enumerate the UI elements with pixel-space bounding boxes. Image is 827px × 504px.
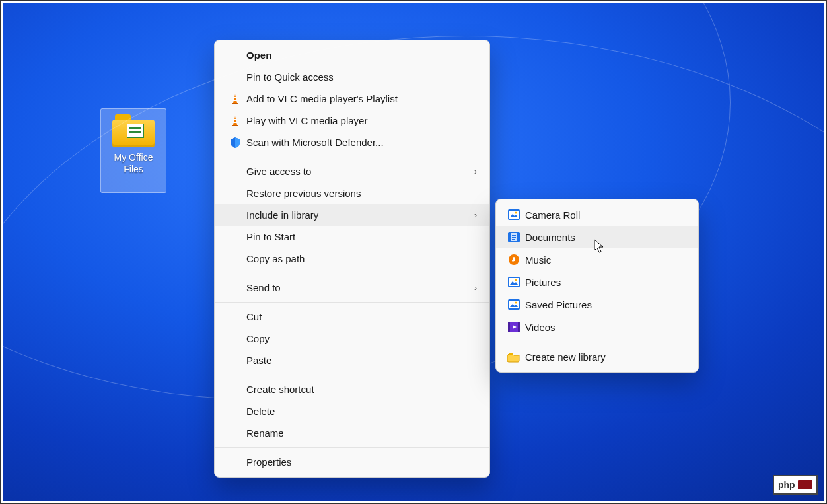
menu-item-cut[interactable]: Cut <box>215 306 489 328</box>
blank-icon <box>224 404 246 419</box>
submenu-item-camera-roll[interactable]: Camera Roll <box>496 203 698 226</box>
picture-library-icon <box>503 297 525 312</box>
blank-icon <box>224 186 246 201</box>
svg-rect-16 <box>512 239 515 240</box>
menu-item-label: Send to <box>246 282 471 293</box>
new-library-folder-icon <box>503 349 525 365</box>
menu-item-open[interactable]: Open <box>215 44 489 66</box>
svg-marker-0 <box>233 94 237 103</box>
blank-icon <box>224 280 246 296</box>
picture-library-icon <box>503 207 525 223</box>
svg-point-18 <box>513 258 515 261</box>
menu-item-label: Add to VLC media player's Playlist <box>246 93 480 104</box>
svg-point-23 <box>515 279 517 281</box>
svg-rect-15 <box>512 237 516 238</box>
menu-separator <box>215 302 489 303</box>
menu-item-label: Pin to Quick access <box>246 71 480 83</box>
context-menu: OpenPin to Quick accessAdd to VLC media … <box>214 40 490 478</box>
menu-item-label: Cut <box>246 311 480 322</box>
include-in-library-submenu: Camera RollDocumentsMusicPicturesSaved P… <box>495 199 699 373</box>
svg-marker-10 <box>510 214 518 217</box>
menu-item-label: Scan with Microsoft Defender... <box>246 137 480 148</box>
watermark-text: php <box>778 480 795 490</box>
blank-icon <box>224 164 246 180</box>
menu-item-copy[interactable]: Copy <box>215 328 489 349</box>
menu-item-label: Camera Roll <box>525 209 689 221</box>
menu-item-label: Create new library <box>525 351 689 363</box>
blank-icon <box>224 382 246 398</box>
svg-rect-13 <box>511 233 517 241</box>
menu-item-label: Include in library <box>246 209 471 221</box>
menu-item-defender-scan[interactable]: Scan with Microsoft Defender... <box>215 131 489 153</box>
svg-rect-2 <box>233 100 237 101</box>
svg-rect-20 <box>508 277 520 287</box>
svg-marker-26 <box>510 304 518 307</box>
menu-separator <box>215 447 489 448</box>
desktop-background[interactable]: My Office Files OpenPin to Quick accessA… <box>3 3 824 501</box>
menu-separator <box>215 375 489 375</box>
menu-item-pin-to-start[interactable]: Pin to Start <box>215 226 489 248</box>
svg-point-27 <box>515 302 517 304</box>
svg-rect-5 <box>234 119 237 120</box>
menu-item-send-to[interactable]: Send to› <box>215 277 489 299</box>
menu-item-delete[interactable]: Delete <box>215 400 489 422</box>
blank-icon <box>224 251 246 267</box>
svg-marker-31 <box>513 325 517 329</box>
svg-rect-9 <box>509 211 519 219</box>
video-library-icon <box>503 319 525 335</box>
svg-rect-7 <box>232 125 238 126</box>
menu-item-restore-previous[interactable]: Restore previous versions <box>215 182 489 204</box>
desktop-folder-label: My Office Files <box>101 151 166 175</box>
menu-item-vlc-add-playlist[interactable]: Add to VLC media player's Playlist <box>215 88 489 110</box>
menu-item-label: Open <box>246 50 480 61</box>
desktop-folder-icon[interactable]: My Office Files <box>100 108 166 193</box>
menu-item-copy-as-path[interactable]: Copy as path <box>215 248 489 270</box>
folder-glyph-icon <box>112 114 155 147</box>
vlc-cone-icon <box>224 113 246 129</box>
blank-icon <box>224 454 246 470</box>
svg-rect-14 <box>512 235 516 236</box>
menu-item-give-access-to[interactable]: Give access to› <box>215 161 489 182</box>
menu-separator <box>215 157 489 157</box>
menu-item-label: Pin to Start <box>246 231 480 242</box>
menu-separator <box>496 342 698 342</box>
chevron-right-icon: › <box>471 167 480 176</box>
submenu-item-music[interactable]: Music <box>496 248 698 271</box>
menu-item-paste[interactable]: Paste <box>215 349 489 371</box>
menu-item-label: Music <box>525 254 689 266</box>
svg-rect-29 <box>508 322 510 332</box>
svg-rect-8 <box>508 209 520 220</box>
menu-item-include-in-library[interactable]: Include in library› <box>215 204 489 226</box>
svg-rect-32 <box>509 353 513 355</box>
menu-item-label: Play with VLC media player <box>246 115 480 126</box>
blank-icon <box>224 48 246 63</box>
menu-item-label: Copy <box>246 333 480 344</box>
svg-marker-22 <box>510 281 518 285</box>
blank-icon <box>224 69 246 85</box>
svg-rect-30 <box>518 322 520 332</box>
menu-item-create-shortcut[interactable]: Create shortcut <box>215 378 489 400</box>
menu-item-label: Rename <box>246 427 480 439</box>
submenu-item-pictures[interactable]: Pictures <box>496 271 698 293</box>
menu-item-rename[interactable]: Rename <box>215 422 489 444</box>
music-library-icon <box>503 252 525 268</box>
menu-item-vlc-play[interactable]: Play with VLC media player <box>215 110 489 131</box>
menu-item-properties[interactable]: Properties <box>215 451 489 473</box>
submenu-item-saved-pictures[interactable]: Saved Pictures <box>496 293 698 316</box>
menu-item-label: Paste <box>246 355 480 366</box>
chevron-right-icon: › <box>471 283 480 293</box>
submenu-item-videos[interactable]: Videos <box>496 316 698 338</box>
menu-item-pin-quick-access[interactable]: Pin to Quick access <box>215 66 489 88</box>
svg-marker-4 <box>233 116 237 125</box>
picture-library-icon <box>503 274 525 290</box>
svg-rect-12 <box>508 232 520 242</box>
svg-rect-3 <box>232 103 238 104</box>
blank-icon <box>224 331 246 347</box>
svg-rect-24 <box>508 299 520 310</box>
svg-point-19 <box>512 260 514 262</box>
submenu-item-create-new-library[interactable]: Create new library <box>496 345 698 368</box>
svg-rect-1 <box>234 97 237 98</box>
blank-icon <box>224 309 246 325</box>
submenu-item-documents[interactable]: Documents <box>496 226 698 248</box>
blank-icon <box>224 425 246 441</box>
